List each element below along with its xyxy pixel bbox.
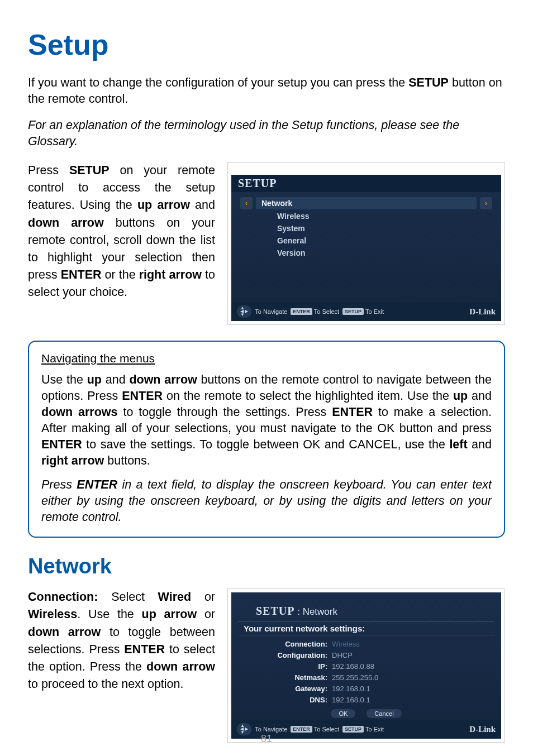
bold: up arrow — [142, 607, 197, 621]
setup-screen-title: SETUP — [238, 177, 277, 189]
txt: or — [197, 607, 215, 621]
txt: Press — [28, 164, 69, 177]
menu-item-network[interactable]: Network — [256, 197, 477, 209]
glossary-note: For an explanation of the terminology us… — [28, 117, 505, 150]
bold: ENTER — [41, 438, 82, 451]
bold: up arrow — [137, 198, 190, 212]
setup-screenshot: SETUP ‹ Network › Wireless System Genera… — [227, 162, 505, 325]
footer-exit-label: To Exit — [365, 726, 384, 733]
menu-item-general[interactable]: General — [277, 235, 492, 247]
label: IP: — [238, 661, 332, 672]
setup-screen-titlebar: SETUP — [231, 175, 501, 192]
value: 255.255.255.0 — [332, 672, 378, 683]
footer-select-label: To Select — [314, 308, 339, 315]
value[interactable]: DHCP — [332, 650, 353, 661]
txt: buttons. — [104, 454, 150, 467]
row-dns: DNS:192.168.0.1 — [231, 695, 501, 706]
bold: down arrow — [146, 660, 215, 673]
bold: Wired — [158, 590, 192, 604]
bold: ENTER — [124, 643, 165, 656]
intro-paragraph: If you want to change the configuration … — [28, 75, 505, 107]
value[interactable]: Wireless — [332, 639, 360, 650]
network-screenshot: SETUP : Network Your current network set… — [227, 588, 505, 743]
bold: down arrows — [41, 405, 118, 419]
nav-box-title: Navigating the menus — [41, 352, 492, 365]
footer-exit-label: To Exit — [365, 308, 384, 315]
left-arrow-icon[interactable]: ‹ — [240, 197, 253, 209]
title-sep: : — [294, 606, 302, 617]
row-ip: IP:192.168.0.88 — [231, 661, 501, 672]
bold: down arrow — [129, 373, 197, 386]
row-connection: Connection:Wireless — [231, 639, 501, 650]
bold: ENTER — [77, 478, 117, 491]
row-configuration: Configuration:DHCP — [231, 650, 501, 661]
label: Configuration: — [238, 650, 332, 661]
txt: Press — [41, 478, 77, 491]
bold: down arrow — [28, 625, 101, 639]
txt: to proceed to the next option. — [28, 677, 184, 691]
value: 192.168.0.88 — [332, 661, 374, 672]
label: DNS: — [238, 695, 332, 706]
enter-pill: ENTER — [291, 726, 312, 733]
row-gateway: Gateway:192.168.0.1 — [231, 683, 501, 695]
bold: ENTER — [332, 405, 373, 419]
value: 192.168.0.1 — [332, 695, 370, 706]
title-sub: Network — [303, 606, 337, 617]
footer-nav-label: To Navigate — [255, 726, 287, 733]
bold: SETUP — [69, 164, 110, 177]
txt: and — [190, 198, 215, 212]
label: Connection: — [238, 639, 332, 650]
intro-bold: SETUP — [408, 76, 449, 89]
bold: ENTER — [61, 268, 102, 281]
cancel-button[interactable]: Cancel — [367, 709, 401, 718]
bold: up — [87, 373, 102, 386]
bold: right arrow — [41, 454, 104, 467]
setup-pill: SETUP — [342, 308, 364, 315]
bold: ENTER — [122, 389, 163, 403]
txt: or the — [102, 268, 139, 281]
txt: or — [191, 590, 215, 604]
txt: Use the — [41, 373, 87, 386]
page-number: 81 — [0, 733, 533, 745]
txt: and — [468, 389, 492, 403]
txt: on the remote to select the highlighted … — [163, 389, 453, 403]
right-arrow-icon[interactable]: › — [480, 197, 492, 209]
menu-item-version[interactable]: Version — [277, 247, 492, 259]
bold: down arrow — [28, 216, 104, 229]
ok-button[interactable]: OK — [331, 709, 355, 718]
label: Netmask: — [238, 672, 332, 683]
network-instructions: Connection: Select Wired or Wireless. Us… — [28, 588, 215, 693]
row-netmask: Netmask:255.255.255.0 — [231, 672, 501, 683]
bold: Connection: — [28, 590, 98, 604]
nav-box-p1: Use the up and down arrow buttons on the… — [41, 372, 492, 469]
bold: left — [449, 438, 467, 451]
menu-item-wireless[interactable]: Wireless — [277, 210, 492, 222]
txt: and — [468, 438, 492, 451]
footer-nav-label: To Navigate — [255, 308, 287, 315]
label: Gateway: — [238, 683, 332, 695]
brand-logo: D-Link — [469, 307, 496, 317]
txt: to save the settings. To toggle between … — [82, 438, 450, 451]
bold: up — [453, 389, 468, 403]
intro-pre: If you want to change the configuration … — [28, 76, 408, 89]
txt: to toggle through the settings. Press — [118, 405, 332, 419]
footer-select-label: To Select — [314, 726, 339, 733]
txt: . Use the — [77, 607, 141, 621]
menu-item-system[interactable]: System — [277, 222, 492, 235]
net-screen-title: SETUP : Network — [231, 592, 501, 620]
bold: right arrow — [139, 268, 202, 281]
heading-setup: Setup — [28, 28, 505, 61]
setup-pill: SETUP — [342, 726, 364, 733]
title-main: SETUP — [256, 605, 294, 617]
txt: and — [102, 373, 129, 386]
nav-box-p2: Press ENTER in a text field, to display … — [41, 477, 492, 525]
net-screen-subtitle: Your current network settings: — [238, 621, 494, 635]
nav-arrows-icon: ▲◀ ▶▼ — [237, 305, 251, 318]
setup-instructions: Press SETUP on your remote control to ac… — [28, 162, 215, 301]
heading-network: Network — [28, 554, 505, 578]
setup-footer: ▲◀ ▶▼ To Navigate ENTER To Select SETUP … — [231, 302, 501, 321]
value: 192.168.0.1 — [332, 683, 370, 695]
bold: Wireless — [28, 607, 77, 621]
navigating-menus-box: Navigating the menus Use the up and down… — [28, 341, 505, 538]
enter-pill: ENTER — [291, 308, 312, 315]
